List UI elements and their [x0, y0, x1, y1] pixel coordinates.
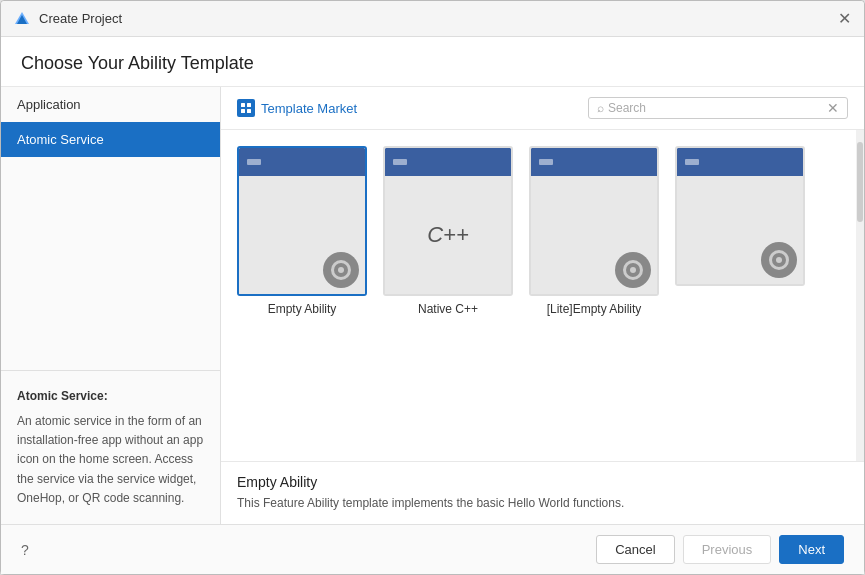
- svg-rect-1: [247, 103, 251, 107]
- template-name-lite-empty-ability: [Lite]Empty Ability: [547, 302, 642, 316]
- template-name-native-cpp: Native C++: [418, 302, 478, 316]
- preview-dot-2: [393, 159, 407, 165]
- dialog-heading: Choose Your Ability Template: [1, 37, 864, 87]
- description-text: An atomic service in the form of an inst…: [17, 412, 204, 508]
- panel-header: Template Market ⌕ ✕: [221, 87, 864, 130]
- preview-bar-3: [531, 148, 657, 176]
- svg-rect-0: [241, 103, 245, 107]
- search-input[interactable]: [608, 101, 827, 115]
- selected-template-info: Empty Ability This Feature Ability templ…: [221, 461, 864, 524]
- template-card-lite-empty-ability[interactable]: [Lite]Empty Ability: [529, 146, 659, 316]
- app-logo-icon: [13, 10, 31, 28]
- template-market-icon: [237, 99, 255, 117]
- sidebar-item-application[interactable]: Application: [1, 87, 220, 122]
- preview-dot-3: [539, 159, 553, 165]
- preview-body-1: [239, 176, 365, 294]
- template-market-label: Template Market: [261, 101, 357, 116]
- selected-template-description: This Feature Ability template implements…: [237, 494, 848, 512]
- template-market-tab[interactable]: Template Market: [237, 99, 357, 117]
- template-card-empty-ability-2[interactable]: [675, 146, 805, 316]
- dialog-title: Create Project: [39, 11, 122, 26]
- content-area: Application Atomic Service Atomic Servic…: [1, 87, 864, 524]
- svg-rect-2: [241, 109, 245, 113]
- description-title: Atomic Service:: [17, 387, 204, 406]
- preview-body-3: [531, 176, 657, 294]
- template-card-native-cpp[interactable]: C++ Native C++: [383, 146, 513, 316]
- help-icon[interactable]: ?: [21, 542, 29, 558]
- atom-icon-3: [615, 252, 651, 288]
- preview-body-2: C++: [385, 176, 511, 294]
- title-bar: Create Project ✕: [1, 1, 864, 37]
- search-box[interactable]: ⌕ ✕: [588, 97, 848, 119]
- template-preview-empty-ability: [237, 146, 367, 296]
- atom-inner-1: [331, 260, 351, 280]
- sidebar: Application Atomic Service Atomic Servic…: [1, 87, 221, 524]
- footer-buttons: Cancel Previous Next: [596, 535, 844, 564]
- sidebar-description: Atomic Service: An atomic service in the…: [1, 370, 220, 524]
- template-name-empty-ability: Empty Ability: [268, 302, 337, 316]
- atom-inner-4: [769, 250, 789, 270]
- atom-icon-1: [323, 252, 359, 288]
- atom-icon-4: [761, 242, 797, 278]
- close-button[interactable]: ✕: [836, 11, 852, 27]
- preview-bar-dots-3: [539, 159, 553, 165]
- templates-area: Empty Ability C++: [221, 130, 864, 461]
- template-card-empty-ability[interactable]: Empty Ability: [237, 146, 367, 316]
- cpp-icon: C++: [427, 222, 469, 248]
- template-preview-native-cpp: C++: [383, 146, 513, 296]
- preview-dot-1: [247, 159, 261, 165]
- template-preview-empty-ability-2: [675, 146, 805, 286]
- preview-bar-dots: [247, 159, 261, 165]
- preview-bar-dots-2: [393, 159, 407, 165]
- preview-bar-2: [385, 148, 511, 176]
- selected-template-name: Empty Ability: [237, 474, 848, 490]
- svg-rect-3: [247, 109, 251, 113]
- next-button[interactable]: Next: [779, 535, 844, 564]
- template-preview-lite-empty: [529, 146, 659, 296]
- atom-inner-3: [623, 260, 643, 280]
- cancel-button[interactable]: Cancel: [596, 535, 674, 564]
- templates-grid: Empty Ability C++: [221, 130, 856, 461]
- scrollbar-track[interactable]: [856, 130, 864, 461]
- preview-bar: [239, 148, 365, 176]
- preview-dot-4: [685, 159, 699, 165]
- sidebar-item-atomic-service[interactable]: Atomic Service: [1, 122, 220, 157]
- preview-body-4: [677, 176, 803, 284]
- title-bar-left: Create Project: [13, 10, 122, 28]
- previous-button[interactable]: Previous: [683, 535, 772, 564]
- preview-bar-dots-4: [685, 159, 699, 165]
- footer: ? Cancel Previous Next: [1, 524, 864, 574]
- scrollbar-thumb[interactable]: [857, 142, 863, 222]
- create-project-dialog: Create Project ✕ Choose Your Ability Tem…: [0, 0, 865, 575]
- main-panel: Template Market ⌕ ✕: [221, 87, 864, 524]
- search-clear-icon[interactable]: ✕: [827, 101, 839, 115]
- search-icon: ⌕: [597, 101, 604, 115]
- preview-bar-4: [677, 148, 803, 176]
